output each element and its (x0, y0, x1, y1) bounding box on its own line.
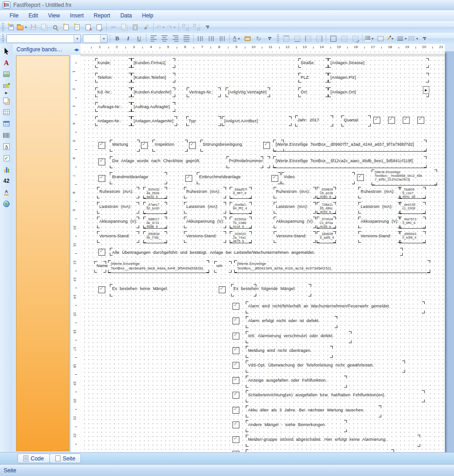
subreport-object-tool-icon[interactable] (0, 95, 12, 106)
report-label[interactable]: Ruhestrom (mA): (274, 187, 316, 198)
smart-tag-button[interactable]: ▶ (423, 86, 429, 94)
report-checkbox[interactable] (141, 142, 148, 149)
align-center-button[interactable] (159, 33, 170, 44)
report-label[interactable]: Laststrom (mA): (184, 202, 226, 213)
report-checkbox[interactable] (232, 377, 239, 384)
report-label[interactable]: Jahr: 2017 (295, 115, 333, 126)
barcode-object-tool-icon[interactable] (0, 130, 12, 141)
report-checkbox[interactable] (98, 159, 105, 165)
align-middle-button[interactable] (206, 33, 217, 44)
report-label[interactable]: Meldung wird nicht übertragen. (246, 346, 333, 358)
report-checkbox[interactable] (98, 175, 105, 182)
report-label[interactable]: örtl. Alarmierung verschmutzt oder defek… (246, 331, 351, 343)
report-textbox-field[interactable]: [Werte.Einzellige TextBox__5f12ca2c_aaec… (273, 156, 427, 168)
report-data-field[interactable]: [Anlagen.AnlagenNr] (131, 116, 177, 126)
report-textbox-small[interactable]: _6bad57fd_9ff7_4 (230, 187, 252, 199)
report-label[interactable]: Video (281, 172, 355, 184)
report-checkbox[interactable] (98, 142, 105, 149)
align-left-button[interactable] (148, 33, 159, 44)
line-width-button[interactable]: ▼ (397, 33, 408, 44)
report-checkbox[interactable] (232, 436, 239, 443)
toolbar-overflow-button[interactable]: ▾ (202, 22, 213, 32)
border-none-button[interactable] (339, 33, 350, 44)
report-label[interactable]: Schaltereinrichtung(en) ausgefallen bzw.… (246, 390, 425, 402)
font-name-combo[interactable]: ▼ (6, 34, 81, 43)
report-label[interactable]: Laststrom (mA): (274, 202, 316, 213)
chevron-down-icon[interactable]: ▼ (74, 35, 81, 43)
report-label[interactable]: Versions-Stand: (97, 231, 139, 243)
report-label[interactable]: Akkuspannung (V): (97, 217, 139, 228)
report-label[interactable]: Versions-Stand: (274, 231, 316, 243)
report-data-field[interactable]: [AnlgVtrg.VertragNr] (226, 88, 270, 97)
undo-button[interactable]: ↶▼ (155, 22, 166, 32)
report-label[interactable]: Anzeige ausgefallen oder Fehlfunktion. (246, 376, 347, 388)
font-size-combo[interactable]: ▼ (83, 34, 108, 43)
group-button[interactable] (180, 22, 191, 32)
report-checkbox[interactable] (98, 286, 105, 293)
report-data-field[interactable]: [Kunden.KundenNr] (131, 88, 175, 97)
report-textbox-small[interactable]: _0090002a_74a14875_b (230, 231, 252, 243)
numbering-object-tool-icon[interactable]: 42 (0, 175, 12, 186)
report-checkbox[interactable] (232, 392, 239, 399)
report-label[interactable]: Versions-Stand: (184, 231, 226, 243)
bands-panel-body[interactable] (16, 55, 70, 451)
report-textbox-small[interactable]: _988017de_37114588_9 (143, 217, 167, 229)
border-all-button[interactable] (328, 33, 339, 44)
report-label[interactable]: um (214, 261, 232, 273)
report-checkbox[interactable] (232, 303, 239, 310)
report-label[interactable]: Wartung (110, 140, 140, 152)
report-label[interactable]: Akku älter als 3 Jahre. Bei nächster War… (246, 405, 381, 417)
report-label[interactable]: Anlagen-Nr.: (95, 116, 131, 126)
report-checkbox[interactable] (185, 175, 192, 182)
report-label[interactable]: Kunde: (95, 58, 131, 68)
report-label[interactable]: Alarm wird nicht/fehlerhaft an Wachunter… (246, 301, 425, 313)
report-textbox-small[interactable]: _47aec750_bcd0 (143, 202, 167, 214)
report-label[interactable]: Vertrags-Nr.: (187, 88, 221, 97)
report-checkbox[interactable] (232, 347, 239, 354)
report-label[interactable]: Straße: (298, 58, 328, 68)
report-textbox-small[interactable]: _d5f69430_b3f8_4 (399, 231, 426, 243)
menu-view[interactable]: View (43, 11, 65, 20)
report-label[interactable]: Alarm erfolgt nicht oder ist defekt. (246, 316, 337, 328)
configure-bands-title[interactable]: Configure bands… (16, 46, 62, 53)
align-justify-button[interactable] (181, 33, 192, 44)
report-textbox-small[interactable]: _38d60ff6_adf6_4 (317, 231, 336, 243)
report-checkbox[interactable] (232, 407, 239, 414)
menu-file[interactable]: File (5, 11, 23, 20)
report-data-field[interactable]: [Anlagen.Strasse] (328, 58, 429, 68)
toolbar-overflow-button[interactable]: ▾ (419, 33, 430, 44)
report-textbox-small[interactable]: _f3a8095_c1e7_4991_b5 (399, 187, 426, 199)
ungroup-button[interactable] (191, 22, 202, 32)
report-checkbox[interactable] (263, 142, 270, 149)
report-label[interactable]: Andere Mängel - siehe Bemerkungen. (246, 420, 347, 432)
report-label[interactable]: Es bestehen folgende Mängel: (231, 284, 311, 296)
report-textbox-small[interactable]: _85983d9b_f766_ (143, 231, 167, 243)
menu-edit[interactable]: Edit (23, 11, 43, 20)
report-checkbox[interactable] (388, 117, 395, 124)
report-label[interactable]: Typ: (186, 116, 221, 126)
select-tool-icon[interactable] (0, 46, 12, 57)
report-page[interactable]: Kunde:[Kunden.Firma1]Straße:[Anlagen.Str… (81, 51, 445, 452)
menu-data[interactable]: Data (115, 11, 137, 20)
report-textbox-small[interactable]: _970004c1_874a4c38_a (317, 217, 336, 229)
report-label[interactable]: Ruhestrom (mA): (184, 187, 226, 198)
redo-button[interactable]: ↷▼ (166, 22, 177, 32)
report-checkbox[interactable] (417, 117, 424, 124)
report-label[interactable]: Auftrags-Nr.: (95, 102, 131, 112)
font-color-button[interactable]: A▼ (231, 33, 242, 44)
report-checkbox[interactable] (232, 317, 239, 324)
text-rotation-button[interactable]: ↻ (253, 33, 264, 44)
menu-insert[interactable]: Insert (65, 11, 89, 20)
align-bottom-button[interactable] (217, 33, 228, 44)
border-settings-button[interactable] (350, 33, 361, 44)
report-textbox-small[interactable]: _63980916_a1064080_8 (317, 187, 336, 199)
report-label[interactable]: VdS-Opt. Überwachung der Telefonleitung … (246, 361, 405, 372)
border-bottom-button[interactable] (292, 33, 303, 44)
tab-seite[interactable]: Seite (49, 454, 81, 463)
table-object-tool-icon[interactable] (0, 107, 12, 118)
italic-button[interactable]: I (123, 33, 134, 44)
report-textbox-small[interactable]: _82300a74_108841c4_9 (230, 217, 252, 229)
report-data-field[interactable]: [Kunden.Telefon] (131, 73, 175, 82)
menu-report[interactable]: Report (89, 11, 115, 20)
paste-button[interactable] (130, 22, 141, 32)
